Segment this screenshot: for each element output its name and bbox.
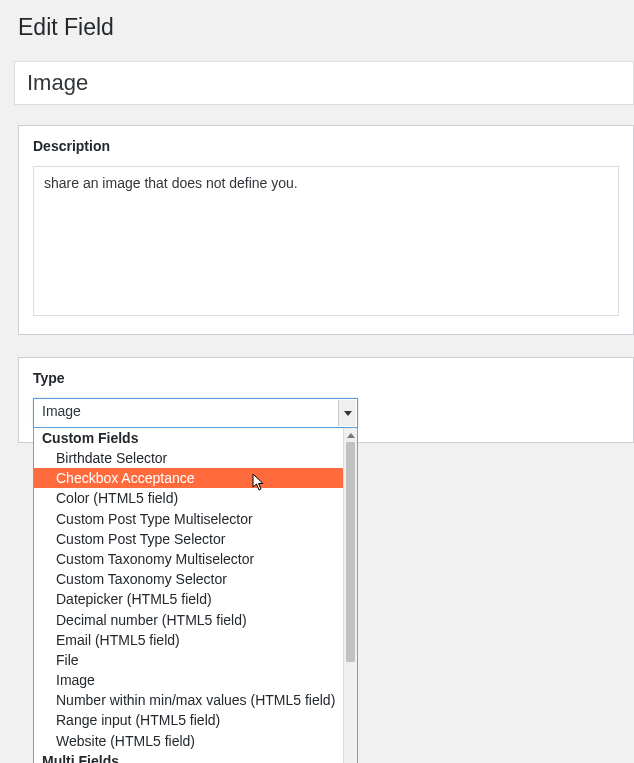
field-name-input[interactable]	[14, 61, 634, 105]
type-option[interactable]: Custom Taxonomy Selector	[34, 569, 343, 589]
type-panel: Type Image Custom FieldsBirthdate Select…	[18, 357, 634, 443]
type-option[interactable]: Checkbox Acceptance	[34, 468, 343, 488]
type-option[interactable]: File	[34, 650, 343, 670]
type-option[interactable]: Number within min/max values (HTML5 fiel…	[34, 690, 343, 710]
type-option[interactable]: Birthdate Selector	[34, 448, 343, 468]
type-option[interactable]: Range input (HTML5 field)	[34, 710, 343, 730]
type-selected-value: Image	[42, 403, 81, 419]
page-title: Edit Field	[0, 0, 634, 49]
scrollbar-thumb[interactable]	[346, 442, 355, 662]
type-option[interactable]: Email (HTML5 field)	[34, 630, 343, 650]
type-option[interactable]: Decimal number (HTML5 field)	[34, 610, 343, 630]
description-label: Description	[33, 138, 619, 154]
chevron-down-icon	[338, 400, 356, 426]
type-select[interactable]: Image Custom FieldsBirthdate SelectorChe…	[33, 398, 358, 428]
field-name-wrap	[14, 61, 634, 105]
type-option[interactable]: Custom Post Type Selector	[34, 529, 343, 549]
type-option[interactable]: Image	[34, 670, 343, 690]
scroll-up-icon[interactable]	[344, 428, 357, 442]
optgroup-label: Multi Fields	[34, 751, 343, 763]
type-option[interactable]: Website (HTML5 field)	[34, 731, 343, 751]
description-textarea[interactable]	[33, 166, 619, 316]
type-select-display[interactable]: Image	[33, 398, 358, 428]
description-panel: Description	[18, 125, 634, 335]
type-option[interactable]: Color (HTML5 field)	[34, 488, 343, 508]
type-option[interactable]: Datepicker (HTML5 field)	[34, 589, 343, 609]
optgroup-label: Custom Fields	[34, 428, 343, 448]
scrollbar[interactable]	[343, 428, 357, 763]
type-option[interactable]: Custom Post Type Multiselector	[34, 509, 343, 529]
type-dropdown: Custom FieldsBirthdate SelectorCheckbox …	[33, 428, 358, 763]
type-label: Type	[33, 370, 619, 386]
type-option[interactable]: Custom Taxonomy Multiselector	[34, 549, 343, 569]
